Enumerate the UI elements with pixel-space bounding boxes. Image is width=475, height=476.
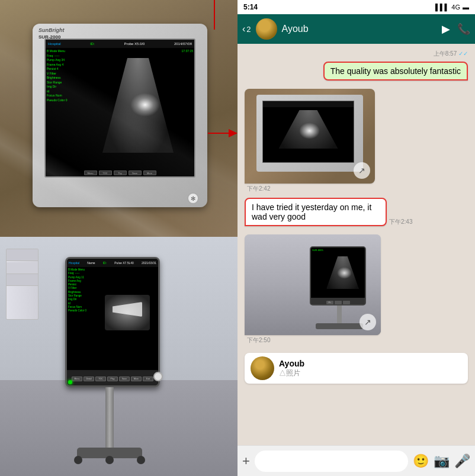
received-text-bubble: I have tried it yesterday on me, it wad … <box>245 198 387 226</box>
room-background: Hospital Name ID: Pulse X7.5L40 2021/03/… <box>0 237 238 476</box>
received-image-2[interactable]: SUR-8005 Mn <box>245 234 381 335</box>
chat-footer: + 🙂 📷 🎤 <box>238 445 475 476</box>
back-arrow-icon: ‹ <box>242 24 245 34</box>
top-photo: SunBright SUR-2000 Hospital ID: Probe X5… <box>0 0 238 237</box>
back-count: 2 <box>246 25 251 34</box>
mic-button[interactable]: 🎤 <box>454 454 470 469</box>
camera-button[interactable]: 📷 <box>434 454 450 469</box>
ultrasound-device-bottom: Hospital Name ID: Pulse X7.5L40 2021/03/… <box>59 257 166 458</box>
red-arrow <box>208 124 238 142</box>
back-button[interactable]: ‹ 2 <box>242 24 251 34</box>
sender-subtitle: △照片 <box>279 368 462 378</box>
bottom-photo: ✕ Hospital <box>0 237 238 476</box>
status-bar: 5:14 ▌▌▌ 4G ▬ <box>238 0 475 14</box>
voice-call-icon[interactable]: 📞 <box>457 22 470 36</box>
received-image-message-1[interactable]: ↗ 下午2:42 <box>245 89 375 193</box>
emoji-button[interactable]: 🙂 <box>413 454 429 469</box>
battery-icon: ▬ <box>463 4 469 11</box>
signal-bars-icon: ▌▌▌ <box>435 4 449 11</box>
device-screen-top: Hospital ID: Probe X5.0/0 2014/07/08 B M… <box>44 38 195 178</box>
right-panel: 5:14 ▌▌▌ 4G ▬ ‹ 2 Ayoub ▶ 📞 上午8:57 ✓✓ Th… <box>238 0 475 476</box>
received-time-3: 下午2:43 <box>389 218 412 226</box>
time-label-morning: 上午8:57 ✓✓ <box>245 50 468 58</box>
chat-header: ‹ 2 Ayoub ▶ 📞 <box>238 14 475 44</box>
chat-area: 上午8:57 ✓✓ The quality was absolutely fan… <box>238 44 475 445</box>
status-icons: ▌▌▌ 4G ▬ <box>435 4 469 11</box>
device-logo-top: SunBright <box>38 27 65 33</box>
sent-text-bubble: The quality was absolutely fantastic <box>323 62 468 81</box>
video-call-icon[interactable]: ▶ <box>442 22 450 36</box>
plus-button[interactable]: + <box>242 454 250 469</box>
device-photo-top: SunBright SUR-2000 Hospital ID: Probe X5… <box>0 0 238 237</box>
sender-name: Ayoub <box>279 359 462 368</box>
red-line <box>214 0 215 30</box>
network-type: 4G <box>451 4 460 11</box>
green-led <box>68 380 72 384</box>
received-text-message: I have tried it yesterday on me, it wad … <box>245 198 468 226</box>
received-image-message-2[interactable]: SUR-8005 Mn <box>245 234 381 345</box>
contact-avatar-small <box>251 356 274 380</box>
contact-avatar[interactable] <box>256 18 277 40</box>
received-image-1-time: 下午2:42 <box>245 185 375 193</box>
share-icon[interactable]: ↗ <box>354 162 370 179</box>
header-actions: ▶ 📞 <box>442 22 470 36</box>
svg-marker-1 <box>229 129 238 137</box>
status-time: 5:14 <box>243 3 258 11</box>
sent-text-message: The quality was absolutely fantastic <box>323 62 468 81</box>
received-image-1[interactable]: ↗ <box>245 89 375 184</box>
share-icon-2[interactable]: ↗ <box>360 314 376 330</box>
received-image-2-time: 下午2:50 <box>245 336 381 345</box>
message-input[interactable] <box>255 451 408 472</box>
contact-name: Ayoub <box>282 24 437 34</box>
message-text-3: I have tried it yesterday on me, it wad … <box>252 202 371 221</box>
left-panel: SunBright SUR-2000 Hospital ID: Probe X5… <box>0 0 238 476</box>
contact-preview-bar[interactable]: Ayoub △照片 <box>245 353 468 384</box>
message-text-1: The quality was absolutely fantastic <box>330 66 461 76</box>
